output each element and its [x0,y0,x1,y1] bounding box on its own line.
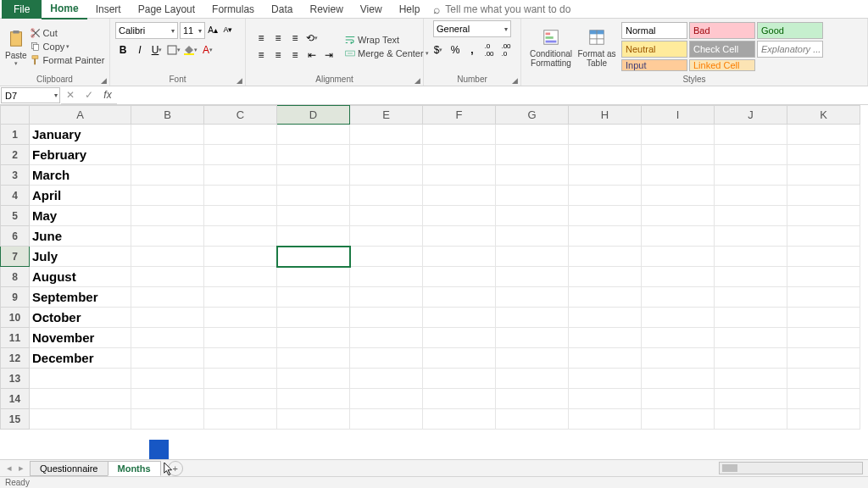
cell-I6[interactable] [642,226,715,247]
tab-formulas[interactable]: Formulas [203,0,263,19]
horizontal-scrollbar[interactable] [719,462,863,474]
column-header-A[interactable]: A [30,106,131,125]
cell-C11[interactable] [204,328,277,348]
cell-K3[interactable] [787,165,860,186]
cell-F11[interactable] [423,328,496,348]
cell-H13[interactable] [569,369,642,389]
cell-F13[interactable] [423,369,496,389]
cell-G13[interactable] [496,369,569,389]
cell-B4[interactable] [131,186,204,206]
cell-E1[interactable] [350,125,423,145]
cell-B7[interactable] [131,247,204,267]
format-painter-button[interactable]: Format Painter [30,54,105,66]
cell-A3[interactable]: March [30,165,131,186]
cell-F10[interactable] [423,308,496,328]
cell-I4[interactable] [642,186,715,206]
cell-K8[interactable] [787,267,860,287]
cell-E8[interactable] [350,267,423,287]
column-header-I[interactable]: I [642,106,715,125]
clipboard-launcher[interactable]: ◢ [101,76,107,85]
cell-I10[interactable] [642,308,715,328]
cell-B5[interactable] [131,206,204,226]
cell-H7[interactable] [569,247,642,267]
cell-I5[interactable] [642,206,715,226]
align-bottom-button[interactable]: ≡ [287,30,303,46]
style-neutral[interactable]: Neutral [621,41,687,58]
cell-I7[interactable] [642,247,715,267]
row-header-1[interactable]: 1 [1,125,30,145]
cell-I1[interactable] [642,125,715,145]
row-header-7[interactable]: 7 [1,247,30,267]
cell-K14[interactable] [787,389,860,409]
cell-F9[interactable] [423,287,496,308]
paste-button[interactable]: Paste▾ [5,27,27,67]
tab-home[interactable]: Home [42,0,86,19]
cell-A14[interactable] [30,389,131,409]
align-top-button[interactable]: ≡ [253,30,269,46]
cell-I8[interactable] [642,267,715,287]
insert-function-button[interactable]: fx [98,89,117,101]
cell-J9[interactable] [715,287,787,308]
sheet-nav-next[interactable]: ▸ [19,463,24,474]
align-right-button[interactable]: ≡ [287,47,303,63]
cell-I12[interactable] [642,348,715,369]
font-name-select[interactable]: Calibri▾ [115,22,178,39]
cell-G11[interactable] [496,328,569,348]
cell-D2[interactable] [277,145,350,165]
cell-K15[interactable] [787,409,860,430]
cell-G4[interactable] [496,186,569,206]
cut-button[interactable]: Cut [30,27,105,39]
cell-H8[interactable] [569,267,642,287]
fill-color-button[interactable]: ▾ [183,42,198,58]
cell-F4[interactable] [423,186,496,206]
cell-A4[interactable]: April [30,186,131,206]
cell-E13[interactable] [350,369,423,389]
cell-E4[interactable] [350,186,423,206]
comma-format-button[interactable]: , [465,42,480,58]
cell-B8[interactable] [131,267,204,287]
row-header-6[interactable]: 6 [1,226,30,247]
cell-G7[interactable] [496,247,569,267]
formula-input[interactable] [117,86,868,104]
cell-K2[interactable] [787,145,860,165]
cell-E9[interactable] [350,287,423,308]
cell-E15[interactable] [350,409,423,430]
cell-D12[interactable] [277,348,350,369]
cell-C4[interactable] [204,186,277,206]
percent-format-button[interactable]: % [448,42,463,58]
cell-C13[interactable] [204,369,277,389]
cell-B9[interactable] [131,287,204,308]
cell-K9[interactable] [787,287,860,308]
cell-H15[interactable] [569,409,642,430]
cell-G6[interactable] [496,226,569,247]
cell-I9[interactable] [642,287,715,308]
tab-data[interactable]: Data [263,0,301,19]
cell-C2[interactable] [204,145,277,165]
cell-E10[interactable] [350,308,423,328]
sheet-tab-months[interactable]: Months [108,461,161,476]
cell-F5[interactable] [423,206,496,226]
cell-C9[interactable] [204,287,277,308]
row-header-13[interactable]: 13 [1,369,30,389]
cell-A2[interactable]: February [30,145,131,165]
wrap-text-button[interactable]: Wrap Text [344,34,429,46]
cell-B1[interactable] [131,125,204,145]
column-header-J[interactable]: J [715,106,787,125]
column-header-C[interactable]: C [204,106,277,125]
row-header-10[interactable]: 10 [1,308,30,328]
cell-D5[interactable] [277,206,350,226]
accounting-format-button[interactable]: $▾ [431,42,446,58]
number-launcher[interactable]: ◢ [512,76,518,85]
cell-D9[interactable] [277,287,350,308]
cell-A13[interactable] [30,369,131,389]
shrink-font-button[interactable]: A▾ [220,22,236,37]
row-header-12[interactable]: 12 [1,348,30,369]
italic-button[interactable]: I [132,42,147,58]
style-linked-cell[interactable]: Linked Cell [689,59,755,71]
cell-D1[interactable] [277,125,350,145]
style-good[interactable]: Good [757,22,823,39]
cell-styles-gallery[interactable]: Normal Bad Good Neutral Check Cell Expla… [621,22,823,71]
decrease-indent-button[interactable]: ⇤ [304,47,320,63]
cell-I14[interactable] [642,389,715,409]
style-normal[interactable]: Normal [621,22,687,39]
